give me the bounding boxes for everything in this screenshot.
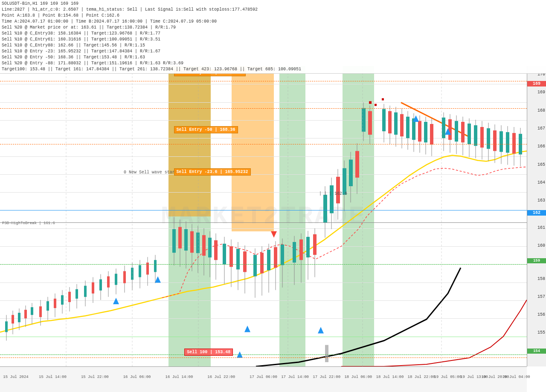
price-156: 156 (537, 312, 545, 317)
grid-155 (0, 337, 527, 337)
svg-rect-71 (267, 250, 270, 270)
svg-rect-33 (123, 271, 126, 283)
price-155: 155 (537, 330, 545, 335)
sell-entry-23-line (0, 144, 527, 144)
svg-rect-61 (229, 246, 233, 267)
svg-rect-105 (394, 112, 398, 135)
time-jul16-06: 16 Jul 06:00 (123, 375, 151, 379)
svg-rect-121 (448, 119, 452, 140)
arrow-up-4 (244, 326, 250, 332)
header-line-2: Line:2827 | h1_atr_c:0: 2.6507 | tema_h1… (2, 7, 544, 13)
price-154-box: 154 (527, 349, 546, 354)
red-marker-3 (382, 98, 384, 101)
price-161: 161 (537, 225, 545, 230)
fsb-line (0, 222, 527, 223)
svg-rect-141 (512, 133, 516, 153)
arrow-up-1 (113, 298, 119, 304)
price-162-box: 162 (527, 210, 546, 216)
svg-rect-137 (500, 131, 503, 152)
price-157: 157 (537, 294, 545, 299)
sell-entry-50-label: Sell Entry -50 | 168.36 (174, 126, 238, 133)
price-165: 165 (537, 162, 545, 167)
price-166: 166 (537, 144, 545, 149)
price-158: 158 (537, 277, 545, 281)
header-line-11: Sell %20 @ Entry -88: 171.88032 || Targe… (2, 61, 544, 66)
candle-group-6 (223, 237, 247, 294)
svg-rect-11 (39, 306, 42, 317)
time-jul16-22: 16 Jul 22:00 (207, 375, 235, 379)
header-bar: SOLUSDT-Bin,H1 169 169 169 169 Line:2827… (0, 0, 546, 74)
time-jul17-22: 17 Jul 22:00 (313, 375, 340, 379)
time-jul18-14: 18 Jul 14:00 (376, 375, 404, 379)
zone-orange-1 (168, 66, 211, 216)
svg-rect-107 (400, 114, 404, 136)
arrow-up-7 (413, 115, 419, 122)
price-162-line (0, 210, 527, 210)
svg-rect-65 (243, 251, 247, 272)
arrow-up-6 (318, 327, 324, 333)
svg-rect-3 (12, 315, 14, 323)
price-159-line (0, 264, 527, 265)
price-scale: 170 169 169 168 167 166 165 164 163 162 … (527, 66, 546, 366)
svg-rect-41 (154, 260, 157, 272)
header-line-12: Target100: 153.48 || Target 161: 147.843… (2, 66, 544, 72)
grid-163 (0, 192, 527, 193)
red-marker-2 (375, 104, 377, 106)
time-jul15-14: 15 Jul 14:00 (39, 375, 67, 379)
svg-rect-69 (260, 253, 264, 273)
svg-rect-9 (31, 307, 33, 315)
header-line-3: Point A:163.8 | Point B:154.68 | Point C… (2, 13, 544, 19)
time-jul19-05: 19 Jul 05:00 (434, 375, 462, 379)
svg-rect-23 (84, 286, 87, 297)
price-159-box: 159 (527, 258, 546, 263)
sell-entry-88-line (0, 81, 527, 81)
candle-group-10 (382, 104, 433, 156)
svg-rect-115 (424, 122, 427, 142)
time-axis: 15 Jul 2024 15 Jul 14:00 15 Jul 22:00 16… (0, 366, 527, 392)
header-line-1: SOLUSDT-Bin,H1 169 169 169 169 (2, 1, 544, 7)
orange-line (401, 103, 469, 137)
svg-rect-133 (487, 128, 490, 149)
time-jul18-22: 18 Jul 22:00 (408, 375, 436, 379)
price-160: 160 (537, 243, 545, 248)
price-169-box: 169 (527, 81, 546, 86)
arrow-down-1 (271, 231, 277, 238)
svg-rect-103 (388, 111, 392, 133)
grid-165 (0, 156, 527, 157)
time-jul17-06: 17 Jul 06:00 (250, 375, 277, 379)
svg-rect-139 (506, 132, 509, 153)
svg-rect-129 (474, 125, 477, 146)
svg-rect-81 (306, 237, 310, 257)
fsb-text: FSB-HighToBreak | 161.6 (2, 221, 55, 225)
header-line-7: Sell %10 @ C_Entry61: 160.31616 || Targe… (2, 37, 544, 43)
grid-157 (0, 300, 527, 301)
time-jul16-14: 16 Jul 14:00 (165, 375, 193, 379)
header-line-10: Sell %20 @ Entry -50: 168.36 || Target:1… (2, 55, 544, 61)
svg-rect-117 (430, 124, 433, 144)
svg-rect-27 (99, 280, 102, 291)
time-jul17-14: 17 Jul 14:00 (281, 375, 309, 379)
svg-rect-13 (46, 301, 49, 311)
svg-rect-135 (493, 130, 497, 151)
candle-group-1 (5, 303, 33, 341)
price-163: 163 (537, 198, 545, 203)
svg-rect-31 (115, 274, 117, 285)
svg-rect-89 (336, 177, 340, 203)
header-line-9: Sell %10 @ Entry -23: 165.95232 || Targe… (2, 49, 544, 55)
svg-rect-57 (214, 240, 218, 260)
svg-rect-25 (92, 282, 94, 294)
svg-rect-125 (461, 122, 465, 142)
time-jul15-22: 15 Jul 22:00 (81, 375, 109, 379)
sell-entry-100-label: Sell 100 | 153.48 (184, 349, 233, 356)
watermark: MARKET2TRADE (161, 202, 366, 231)
svg-rect-7 (24, 310, 27, 318)
arrow-up-2 (155, 277, 161, 283)
price-154-line (0, 355, 527, 355)
sell-entry-50-line (0, 108, 527, 109)
svg-rect-119 (442, 118, 445, 138)
price-167: 167 (537, 126, 545, 131)
svg-rect-21 (76, 289, 78, 299)
svg-rect-1 (5, 321, 8, 332)
svg-rect-67 (253, 255, 257, 276)
grid-168 (0, 102, 527, 103)
